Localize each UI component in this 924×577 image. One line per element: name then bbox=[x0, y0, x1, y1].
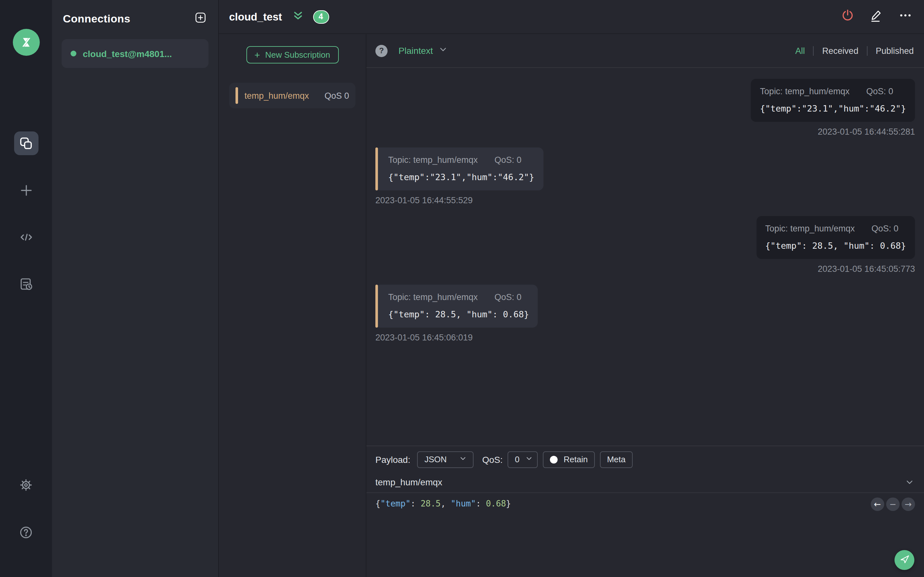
chevron-down-icon[interactable] bbox=[905, 478, 914, 486]
message-payload: {"temp":"23.1","hum":"46.2"} bbox=[760, 103, 906, 113]
question-circle-icon bbox=[19, 525, 33, 540]
connections-icon bbox=[19, 136, 33, 151]
history-prev-button[interactable]: ← bbox=[871, 498, 884, 511]
payload-help-icon[interactable]: ? bbox=[375, 45, 388, 57]
rail-bottom bbox=[14, 473, 38, 577]
retain-toggle[interactable]: Retain bbox=[543, 451, 595, 468]
message-topic: Topic: temp_hum/emqx bbox=[388, 292, 478, 302]
topbar: cloud_test 4 bbox=[219, 0, 924, 34]
plus-icon: + bbox=[254, 50, 260, 60]
pencil-icon bbox=[869, 8, 884, 25]
payload-label: Payload: bbox=[375, 454, 410, 464]
connection-list-item[interactable]: cloud_test@m4801... bbox=[61, 39, 208, 68]
power-icon bbox=[841, 8, 855, 25]
more-options-button[interactable] bbox=[898, 8, 913, 25]
help-button[interactable] bbox=[14, 521, 38, 544]
payload-format-dropdown[interactable]: JSON bbox=[417, 451, 474, 468]
qos-dropdown[interactable]: 0 bbox=[508, 451, 538, 468]
arrow-left-icon: ← bbox=[874, 500, 881, 509]
message-published: Topic: temp_hum/emqx QoS: 0 {"temp":"23.… bbox=[751, 79, 915, 137]
message-list[interactable]: Topic: temp_hum/emqx QoS: 0 {"temp":"23.… bbox=[367, 68, 924, 446]
subscriptions-column: + New Subscription temp_hum/emqx QoS 0 bbox=[219, 34, 367, 577]
topic-input[interactable]: temp_hum/emqx bbox=[375, 477, 443, 487]
message-topic: Topic: temp_hum/emqx bbox=[388, 155, 478, 165]
message-received: Topic: temp_hum/emqx QoS: 0 {"temp":"23.… bbox=[375, 147, 543, 205]
nav-log-button[interactable] bbox=[14, 272, 38, 295]
message-payload: {"temp": 28.5, "hum": 0.68} bbox=[765, 240, 906, 251]
subscription-color-bar bbox=[236, 87, 238, 104]
main-area: cloud_test 4 bbox=[219, 0, 924, 577]
message-meta: Topic: temp_hum/emqx QoS: 0 bbox=[388, 292, 529, 302]
send-button[interactable] bbox=[895, 550, 914, 570]
filter-all[interactable]: All bbox=[795, 46, 805, 55]
connection-name: cloud_test@m4801... bbox=[83, 48, 172, 59]
message-timestamp: 2023-01-05 16:45:05:773 bbox=[756, 264, 915, 274]
messages-header: ? Plaintext All Received bbox=[367, 34, 924, 68]
connections-title: Connections bbox=[63, 13, 130, 25]
edit-connection-button[interactable] bbox=[869, 8, 884, 25]
filter-published[interactable]: Published bbox=[876, 46, 914, 55]
message-filters: All Received Published bbox=[795, 46, 914, 55]
payload-code: {"temp": 28.5, "hum": 0.68} bbox=[375, 499, 511, 508]
history-delete-button[interactable]: − bbox=[886, 498, 900, 511]
topic-row: temp_hum/emqx bbox=[367, 472, 924, 493]
connections-header: Connections bbox=[52, 0, 218, 37]
meta-button[interactable]: Meta bbox=[600, 451, 633, 468]
filter-received[interactable]: Received bbox=[822, 46, 859, 55]
message-qos: QoS: 0 bbox=[866, 87, 893, 96]
plus-icon bbox=[18, 182, 34, 198]
message-meta: Topic: temp_hum/emqx QoS: 0 bbox=[388, 155, 534, 165]
message-payload: {"temp": 28.5, "hum": 0.68} bbox=[388, 309, 529, 319]
icon-rail bbox=[0, 0, 52, 577]
message-meta: Topic: temp_hum/emqx QoS: 0 bbox=[765, 224, 906, 234]
message-timestamp: 2023-01-05 16:45:06:019 bbox=[375, 333, 538, 342]
publish-toolbar: Payload: JSON QoS: 0 bbox=[367, 446, 924, 472]
history-buttons: ← − → bbox=[871, 498, 915, 511]
message-card[interactable]: Topic: temp_hum/emqx QoS: 0 {"temp": 28.… bbox=[756, 216, 915, 259]
payload-editor[interactable]: {"temp": 28.5, "hum": 0.68} ← − → bbox=[367, 493, 924, 577]
message-topic: Topic: temp_hum/emqx bbox=[765, 224, 855, 234]
message-card[interactable]: Topic: temp_hum/emqx QoS: 0 {"temp":"23.… bbox=[751, 79, 915, 122]
history-next-button[interactable]: → bbox=[901, 498, 915, 511]
message-qos: QoS: 0 bbox=[494, 155, 521, 165]
message-timestamp: 2023-01-05 16:44:55:281 bbox=[751, 127, 915, 137]
message-qos: QoS: 0 bbox=[871, 224, 898, 234]
message-meta: Topic: temp_hum/emqx QoS: 0 bbox=[760, 87, 906, 96]
app-window: Connections cloud_test@m4801... cloud_te… bbox=[0, 0, 924, 577]
message-timestamp: 2023-01-05 16:44:55:529 bbox=[375, 195, 543, 205]
rail-nav bbox=[14, 131, 38, 319]
minus-icon: − bbox=[889, 500, 897, 509]
new-subscription-button[interactable]: + New Subscription bbox=[246, 46, 338, 63]
nav-new-connection-button[interactable] bbox=[14, 178, 38, 202]
connections-panel: Connections cloud_test@m4801... bbox=[52, 0, 219, 577]
message-qos: QoS: 0 bbox=[494, 292, 521, 302]
received-color-bar bbox=[375, 147, 378, 190]
code-icon bbox=[18, 229, 34, 245]
message-card[interactable]: Topic: temp_hum/emqx QoS: 0 {"temp":"23.… bbox=[375, 147, 543, 190]
new-subscription-label: New Subscription bbox=[265, 50, 330, 60]
message-format-select[interactable]: Plaintext bbox=[399, 45, 447, 56]
received-color-bar bbox=[375, 285, 378, 327]
filter-divider bbox=[867, 46, 867, 55]
arrow-right-icon: → bbox=[905, 500, 912, 509]
message-card[interactable]: Topic: temp_hum/emqx QoS: 0 {"temp": 28.… bbox=[375, 285, 538, 327]
collapse-panel-button[interactable] bbox=[292, 9, 304, 24]
message-count-badge: 4 bbox=[313, 10, 329, 23]
gear-icon bbox=[19, 478, 33, 492]
filter-divider bbox=[813, 46, 814, 55]
mqttx-logo-icon bbox=[13, 29, 39, 56]
settings-button[interactable] bbox=[14, 473, 38, 497]
nav-connections-button[interactable] bbox=[14, 131, 38, 155]
new-connection-button[interactable] bbox=[194, 11, 207, 26]
subscription-item[interactable]: temp_hum/emqx QoS 0 bbox=[229, 83, 355, 108]
message-payload: {"temp":"23.1","hum":"46.2"} bbox=[388, 172, 534, 182]
log-icon bbox=[18, 276, 34, 292]
qos-label: QoS: bbox=[482, 454, 503, 464]
qos-value: 0 bbox=[515, 455, 519, 464]
nav-script-button[interactable] bbox=[14, 225, 38, 249]
meta-label: Meta bbox=[607, 455, 626, 464]
subscription-qos: QoS 0 bbox=[325, 91, 349, 100]
disconnect-button[interactable] bbox=[841, 8, 855, 25]
message-format-value: Plaintext bbox=[399, 45, 433, 56]
subscription-topic: temp_hum/emqx bbox=[244, 91, 325, 100]
